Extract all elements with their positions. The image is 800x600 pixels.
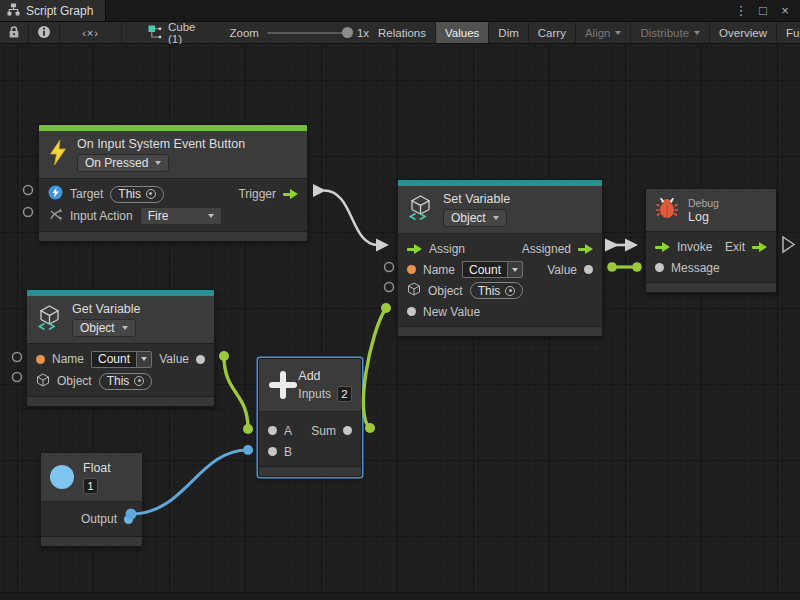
zoom-slider-handle[interactable] bbox=[342, 27, 353, 38]
loose-port-ring[interactable] bbox=[385, 283, 394, 292]
assigned-port-label: Assigned bbox=[522, 242, 571, 256]
code-view-button[interactable]: ‹×› bbox=[60, 22, 122, 43]
node-on-input-system-event-button[interactable]: On Input System Event Button On Pressed … bbox=[38, 124, 308, 242]
message-port[interactable] bbox=[655, 263, 664, 272]
loose-port-ring[interactable] bbox=[13, 353, 22, 362]
flow-wire-trigger-assign bbox=[324, 191, 378, 246]
value-port[interactable] bbox=[584, 265, 593, 274]
inputs-count-field[interactable]: 2 bbox=[337, 386, 352, 402]
assigned-flow-port[interactable] bbox=[578, 243, 593, 254]
loose-port-ring[interactable] bbox=[385, 263, 394, 272]
invoke-flow-port[interactable] bbox=[655, 241, 670, 252]
dim-button[interactable]: Dim bbox=[489, 22, 528, 43]
name-port-label: Name bbox=[52, 352, 84, 366]
target-object-value: This bbox=[118, 187, 141, 201]
a-port[interactable] bbox=[268, 426, 277, 435]
loose-port-ring[interactable] bbox=[24, 186, 33, 195]
zoom-slider[interactable] bbox=[267, 32, 349, 34]
event-mode-dropdown[interactable]: On Pressed bbox=[77, 154, 169, 172]
value-port-label: Value bbox=[159, 352, 189, 366]
exit-flow-port[interactable] bbox=[752, 241, 767, 252]
target-object-field[interactable]: This bbox=[110, 186, 164, 203]
float-circle-icon bbox=[50, 465, 74, 489]
input-action-value: Fire bbox=[148, 209, 169, 223]
zoom-label: Zoom bbox=[230, 27, 259, 39]
object-field[interactable]: This bbox=[470, 282, 524, 299]
values-button[interactable]: Values bbox=[436, 22, 489, 43]
dropdown-button[interactable] bbox=[507, 261, 523, 278]
tab-script-graph[interactable]: Script Graph bbox=[0, 0, 106, 21]
lock-button[interactable] bbox=[0, 22, 29, 43]
loose-port-ring[interactable] bbox=[24, 208, 33, 217]
object-field-value: This bbox=[107, 374, 130, 388]
output-port[interactable] bbox=[124, 515, 133, 524]
node-footer[interactable] bbox=[398, 326, 602, 336]
set-variable-scope-dropdown[interactable]: Object bbox=[443, 209, 507, 227]
maximize-icon[interactable]: □ bbox=[754, 2, 772, 20]
input-action-dropdown[interactable]: Fire bbox=[140, 207, 222, 225]
zoom-control: Zoom 1x bbox=[230, 22, 370, 43]
loose-flow-port-triangle[interactable] bbox=[783, 237, 794, 252]
graph-breadcrumb[interactable]: Cube (1) bbox=[140, 22, 204, 43]
code-icon: ‹×› bbox=[82, 27, 99, 39]
object-picker-icon[interactable] bbox=[134, 376, 144, 386]
wire-endpoint bbox=[219, 351, 229, 361]
node-set-variable[interactable]: Set Variable Object Assign Assigned Name bbox=[397, 179, 603, 337]
inspect-button[interactable] bbox=[29, 22, 60, 43]
cube-icon bbox=[36, 373, 50, 390]
trigger-flow-port[interactable] bbox=[283, 189, 298, 200]
input-system-icon bbox=[48, 185, 63, 203]
name-port[interactable] bbox=[407, 265, 416, 274]
node-add[interactable]: Add Inputs 2 A Sum bbox=[258, 358, 362, 477]
node-footer[interactable] bbox=[39, 231, 307, 241]
node-title: Add bbox=[298, 369, 320, 383]
node-footer[interactable] bbox=[41, 536, 142, 546]
node-footer[interactable] bbox=[27, 396, 214, 406]
object-field[interactable]: This bbox=[99, 373, 153, 390]
sum-port[interactable] bbox=[343, 426, 352, 435]
object-picker-icon[interactable] bbox=[505, 286, 515, 296]
node-title: Set Variable bbox=[443, 192, 510, 206]
a-port-label: A bbox=[284, 424, 292, 438]
overview-button[interactable]: Overview bbox=[710, 22, 777, 43]
node-get-variable[interactable]: Get Variable Object Name Count Value bbox=[26, 289, 215, 407]
close-icon[interactable]: × bbox=[776, 2, 794, 20]
assign-flow-port[interactable] bbox=[407, 243, 422, 254]
plus-icon bbox=[268, 370, 289, 400]
b-port[interactable] bbox=[268, 447, 277, 456]
graph-canvas[interactable]: On Input System Event Button On Pressed … bbox=[0, 44, 800, 600]
variable-name-dropdown[interactable]: Count bbox=[91, 351, 152, 368]
bug-icon bbox=[655, 196, 679, 224]
variable-name-dropdown[interactable]: Count bbox=[462, 261, 523, 278]
float-value-field[interactable]: 1 bbox=[83, 478, 98, 494]
get-variable-scope-dropdown[interactable]: Object bbox=[72, 319, 136, 337]
value-port[interactable] bbox=[196, 355, 205, 364]
menu-icon[interactable]: ⋮ bbox=[732, 2, 750, 20]
overview-label: Overview bbox=[719, 27, 767, 39]
name-port[interactable] bbox=[36, 355, 45, 364]
values-label: Values bbox=[445, 27, 479, 39]
node-float[interactable]: Float 1 Output bbox=[40, 452, 143, 547]
align-button[interactable]: Align bbox=[576, 22, 632, 43]
input-action-icon bbox=[48, 207, 63, 225]
carry-button[interactable]: Carry bbox=[529, 22, 576, 43]
object-port-label: Object bbox=[57, 374, 92, 388]
chevron-down-icon bbox=[615, 31, 621, 35]
distribute-button[interactable]: Distribute bbox=[631, 22, 710, 43]
graph-toolbar: ‹×› Cube (1) Zoom 1x Relations Values Di… bbox=[0, 22, 800, 44]
dropdown-button[interactable] bbox=[136, 351, 152, 368]
carry-label: Carry bbox=[538, 27, 566, 39]
node-footer[interactable] bbox=[259, 466, 361, 476]
fullscreen-label: Full Screen bbox=[786, 27, 800, 39]
chevron-down-icon bbox=[694, 31, 700, 35]
loose-port-ring[interactable] bbox=[13, 373, 22, 382]
inputs-label: Inputs bbox=[298, 387, 331, 401]
fullscreen-button[interactable]: Full Screen bbox=[777, 22, 800, 43]
new-value-port[interactable] bbox=[407, 307, 416, 316]
node-footer[interactable] bbox=[646, 282, 776, 292]
get-variable-scope-value: Object bbox=[80, 321, 115, 335]
info-icon bbox=[37, 25, 51, 41]
object-picker-icon[interactable] bbox=[146, 189, 156, 199]
relations-button[interactable]: Relations bbox=[369, 22, 436, 43]
node-debug-log[interactable]: Debug Log Invoke Exit Message bbox=[645, 188, 777, 293]
